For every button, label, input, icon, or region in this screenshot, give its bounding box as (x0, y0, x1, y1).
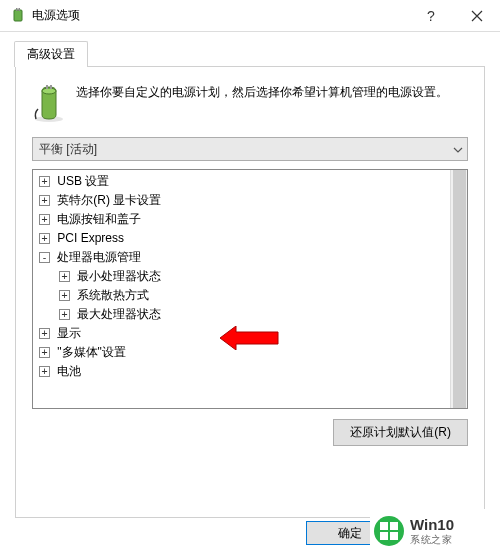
tree-item[interactable]: + 最小处理器状态 (35, 267, 467, 286)
tree-item-label: 显示 (54, 326, 81, 340)
svg-rect-0 (14, 10, 22, 21)
settings-tree: + USB 设置+ 英特尔(R) 显卡设置+ 电源按钮和盖子+ PCI Expr… (32, 169, 468, 409)
tree-item-label: USB 设置 (54, 174, 109, 188)
expand-icon[interactable]: + (39, 328, 50, 339)
collapse-icon[interactable]: - (39, 252, 50, 263)
expand-icon[interactable]: + (59, 271, 70, 282)
tree-item[interactable]: + 系统散热方式 (35, 286, 467, 305)
expand-icon[interactable]: + (39, 214, 50, 225)
battery-plan-icon (32, 83, 66, 123)
tree-item[interactable]: - 处理器电源管理 (35, 248, 467, 267)
combo-value: 平衡 [活动] (39, 141, 97, 158)
watermark-line2: 系统之家 (410, 534, 454, 545)
svg-rect-5 (46, 85, 48, 89)
expand-icon[interactable]: + (39, 195, 50, 206)
svg-rect-2 (19, 8, 21, 11)
description-row: 选择你要自定义的电源计划，然后选择你希望计算机管理的电源设置。 (32, 83, 468, 123)
tree-item[interactable]: + 最大处理器状态 (35, 305, 467, 324)
power-options-window: 电源选项 ? 高级设置 (0, 0, 500, 553)
restore-defaults-button[interactable]: 还原计划默认值(R) (333, 419, 468, 446)
close-button[interactable] (454, 0, 500, 32)
tree-item[interactable]: + PCI Express (35, 229, 467, 248)
tree-item-label: PCI Express (54, 231, 124, 245)
help-button[interactable]: ? (408, 0, 454, 32)
tree-item-label: 最小处理器状态 (74, 269, 161, 283)
tree-item[interactable]: + 电池 (35, 362, 467, 381)
watermark-line1: Win10 (410, 517, 454, 534)
titlebar[interactable]: 电源选项 ? (0, 0, 500, 32)
tree-item-label: 处理器电源管理 (54, 250, 141, 264)
vertical-scrollbar[interactable] (450, 170, 467, 408)
annotation-arrow (220, 326, 280, 350)
tree-item-label: "多媒体"设置 (54, 345, 126, 359)
expand-icon[interactable]: + (39, 347, 50, 358)
watermark-text: Win10 系统之家 (410, 517, 454, 545)
expand-icon[interactable]: + (59, 309, 70, 320)
power-plan-combo[interactable]: 平衡 [活动] (32, 137, 468, 161)
tree-item-label: 系统散热方式 (74, 288, 149, 302)
window-controls: ? (408, 0, 500, 32)
expand-icon[interactable]: + (39, 233, 50, 244)
tree-item[interactable]: + 电源按钮和盖子 (35, 210, 467, 229)
tree-item-label: 最大处理器状态 (74, 307, 161, 321)
tree-item[interactable]: + 英特尔(R) 显卡设置 (35, 191, 467, 210)
description-text: 选择你要自定义的电源计划，然后选择你希望计算机管理的电源设置。 (76, 83, 448, 123)
expand-icon[interactable]: + (39, 176, 50, 187)
tree-item[interactable]: + USB 设置 (35, 172, 467, 191)
scrollbar-thumb[interactable] (453, 170, 466, 408)
tree-item-label: 电源按钮和盖子 (54, 212, 141, 226)
tab-advanced-settings[interactable]: 高级设置 (14, 41, 88, 67)
tab-page: 选择你要自定义的电源计划，然后选择你希望计算机管理的电源设置。 平衡 [活动] … (15, 66, 485, 518)
tree-item-label: 电池 (54, 364, 81, 378)
watermark-logo-icon (374, 516, 404, 546)
power-icon (10, 8, 26, 24)
svg-rect-6 (50, 85, 52, 89)
watermark: Win10 系统之家 (370, 509, 500, 553)
expand-icon[interactable]: + (39, 366, 50, 377)
expand-icon[interactable]: + (59, 290, 70, 301)
tree-item-label: 英特尔(R) 显卡设置 (54, 193, 161, 207)
svg-rect-1 (16, 8, 18, 11)
window-title: 电源选项 (32, 7, 80, 24)
chevron-down-icon (453, 144, 463, 155)
svg-point-4 (42, 88, 56, 94)
tab-strip: 高级设置 (14, 40, 490, 66)
tree-container: + USB 设置+ 英特尔(R) 显卡设置+ 电源按钮和盖子+ PCI Expr… (33, 170, 467, 383)
client-area: 高级设置 选择你要自定义的电源计划，然后选择你希望计算机管理的电源设置。 (0, 32, 500, 518)
